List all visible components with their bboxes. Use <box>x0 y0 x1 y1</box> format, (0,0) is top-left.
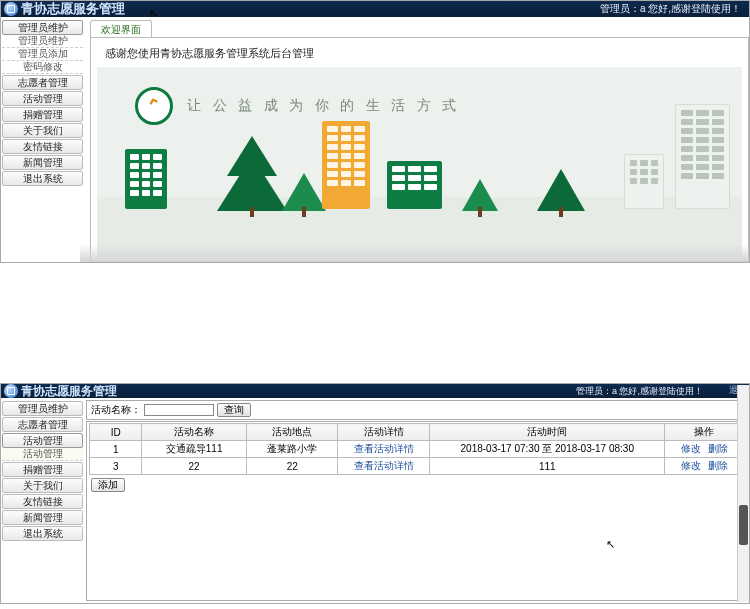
sidebar-item-admin[interactable]: 管理员维护 <box>2 401 83 416</box>
main-content: 欢迎界面 感谢您使用青协志愿服务管理系统后台管理 ⌃ 让 公 益 成 为 你 的… <box>84 17 749 262</box>
edit-link[interactable]: 修改 <box>681 443 701 454</box>
panel-shadow <box>80 244 749 262</box>
screenshot-welcome: 青协志愿服务管理 管理员：a 您好,感谢登陆使用！ ↖ 管理员维护 管理员维护 … <box>0 0 750 263</box>
table-row: 3 22 22 查看活动详情 111 修改 删除 <box>90 458 744 475</box>
table-row: 1 交通疏导111 蓬莱路小学 查看活动详情 2018-03-17 07:30 … <box>90 441 744 458</box>
sidebar-item-links[interactable]: 友情链接 <box>2 494 83 509</box>
sidebar-item-volunteer[interactable]: 志愿者管理 <box>2 75 83 90</box>
search-label: 活动名称： <box>91 403 141 417</box>
delete-link[interactable]: 删除 <box>708 460 728 471</box>
tab-bar: 欢迎界面 <box>90 20 749 38</box>
sidebar-item-exit[interactable]: 退出系统 <box>2 171 83 186</box>
tree-icon <box>462 179 498 211</box>
delete-link[interactable]: 删除 <box>708 443 728 454</box>
sidebar-sub-activity[interactable]: 活动管理 <box>2 448 83 461</box>
table-header-row: ID 活动名称 活动地点 活动详情 活动时间 操作 <box>90 424 744 441</box>
col-op: 操作 <box>665 424 744 441</box>
sidebar-item-activity[interactable]: 活动管理 <box>2 433 83 448</box>
tree-icon <box>217 156 287 211</box>
sidebar-item-news[interactable]: 新闻管理 <box>2 510 83 525</box>
app-title: 青协志愿服务管理 <box>21 383 117 400</box>
clock-icon: ⌃ <box>135 87 173 125</box>
cell-time: 2018-03-17 07:30 至 2018-03-17 08:30 <box>430 441 665 458</box>
sidebar-item-about[interactable]: 关于我们 <box>2 478 83 493</box>
sidebar-item-about[interactable]: 关于我们 <box>2 123 83 138</box>
activity-grid-wrap: ID 活动名称 活动地点 活动详情 活动时间 操作 1 交通疏导111 蓬莱路小 <box>86 421 747 601</box>
cell-place: 蓬莱路小学 <box>246 441 338 458</box>
building-icon <box>322 121 370 209</box>
topbar: 青协志愿服务管理 管理员：a 您好,感谢登陆使用！ 退出 <box>1 384 749 398</box>
building-icon <box>387 161 442 209</box>
sidebar-item-volunteer[interactable]: 志愿者管理 <box>2 417 83 432</box>
search-input[interactable] <box>144 404 214 416</box>
search-bar: 活动名称： 查询 <box>86 400 747 420</box>
tab-welcome[interactable]: 欢迎界面 <box>90 20 152 37</box>
col-place: 活动地点 <box>246 424 338 441</box>
user-prefix: 管理员： <box>600 3 640 14</box>
welcome-text: 感谢您使用青协志愿服务管理系统后台管理 <box>97 42 742 65</box>
building-icon <box>125 149 167 209</box>
sidebar-item-news[interactable]: 新闻管理 <box>2 155 83 170</box>
cell-id: 3 <box>90 458 142 475</box>
sidebar: 管理员维护 志愿者管理 活动管理 活动管理 捐赠管理 关于我们 友情链接 新闻管… <box>1 398 84 541</box>
view-detail-link[interactable]: 查看活动详情 <box>354 460 414 471</box>
activity-table: ID 活动名称 活动地点 活动详情 活动时间 操作 1 交通疏导111 蓬莱路小 <box>89 423 744 475</box>
cell-id: 1 <box>90 441 142 458</box>
welcome-slogan: 让 公 益 成 为 你 的 生 活 方 式 <box>187 97 460 115</box>
sidebar-item-donation[interactable]: 捐赠管理 <box>2 462 83 477</box>
sidebar-item-exit[interactable]: 退出系统 <box>2 526 83 541</box>
main-content: 活动名称： 查询 ID 活动名称 活动地点 活动详情 活动时 <box>84 398 749 603</box>
search-button[interactable]: 查询 <box>217 403 251 417</box>
user-greeting: 您好,感谢登陆使用！ <box>645 3 741 14</box>
sidebar-item-links[interactable]: 友情链接 <box>2 139 83 154</box>
col-name: 活动名称 <box>142 424 247 441</box>
col-detail: 活动详情 <box>338 424 430 441</box>
col-id: ID <box>90 424 142 441</box>
sidebar-sub-password[interactable]: 密码修改 <box>2 61 83 74</box>
topbar-user-info: 管理员：a 您好,感谢登陆使用！ <box>576 385 703 398</box>
cell-time: 111 <box>430 458 665 475</box>
sidebar: 管理员维护 管理员维护 管理员添加 密码修改 志愿者管理 活动管理 捐赠管理 关… <box>1 17 84 186</box>
view-detail-link[interactable]: 查看活动详情 <box>354 443 414 454</box>
sidebar-item-activity[interactable]: 活动管理 <box>2 91 83 106</box>
vertical-scrollbar[interactable] <box>737 385 749 602</box>
cell-name: 交通疏导111 <box>142 441 247 458</box>
app-logo-icon <box>4 2 18 16</box>
cell-name: 22 <box>142 458 247 475</box>
app-logo-icon <box>4 384 18 398</box>
cell-place: 22 <box>246 458 338 475</box>
building-icon <box>675 104 730 209</box>
scrollbar-thumb[interactable] <box>739 505 748 545</box>
building-icon <box>624 154 664 209</box>
sidebar-item-admin[interactable]: 管理员维护 <box>2 20 83 35</box>
edit-link[interactable]: 修改 <box>681 460 701 471</box>
app-title: 青协志愿服务管理 <box>21 0 125 18</box>
tree-icon <box>537 169 585 211</box>
col-time: 活动时间 <box>430 424 665 441</box>
topbar-user-info: 管理员：a 您好,感谢登陆使用！ <box>600 2 741 16</box>
topbar: 青协志愿服务管理 管理员：a 您好,感谢登陆使用！ <box>1 1 749 17</box>
welcome-panel: 感谢您使用青协志愿服务管理系统后台管理 ⌃ 让 公 益 成 为 你 的 生 活 … <box>90 38 749 262</box>
sidebar-item-donation[interactable]: 捐赠管理 <box>2 107 83 122</box>
mouse-cursor-icon: ↖ <box>606 538 615 551</box>
tree-icon <box>282 173 326 211</box>
welcome-illustration: ⌃ 让 公 益 成 为 你 的 生 活 方 式 <box>97 67 742 257</box>
add-button[interactable]: 添加 <box>91 478 125 492</box>
screenshot-activity: 青协志愿服务管理 管理员：a 您好,感谢登陆使用！ 退出 管理员维护 志愿者管理… <box>0 383 750 604</box>
